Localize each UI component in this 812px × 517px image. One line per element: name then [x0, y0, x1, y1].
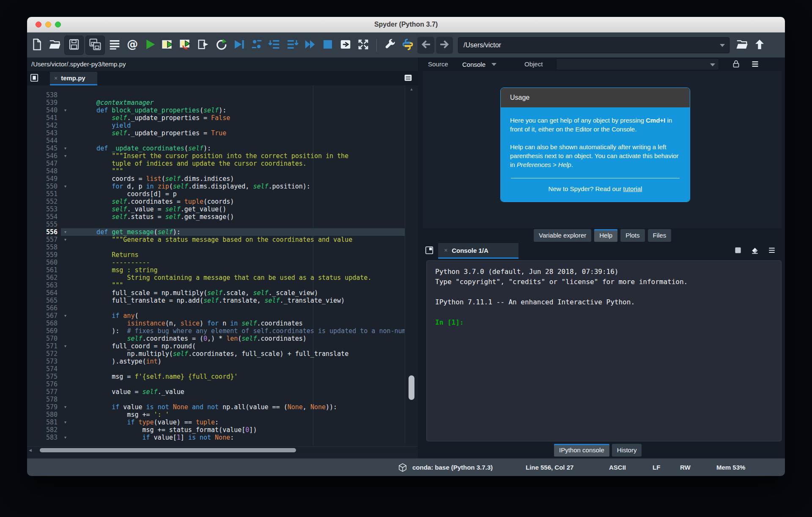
fullscreen-button[interactable] — [355, 36, 371, 55]
fold-arrow-icon[interactable]: ▾ — [64, 228, 66, 236]
horizontal-scroll-thumb[interactable] — [40, 448, 296, 452]
code-line-556[interactable]: 556▾ def get_message(self): — [27, 228, 418, 236]
code-line-545[interactable]: 545▾ def _update_coordinates(self): — [27, 145, 418, 152]
code-line-582[interactable]: 582 msg += status_format(value[0]) — [27, 426, 418, 434]
debug-step-into-button[interactable] — [266, 36, 283, 55]
code-line-542[interactable]: 542 yield — [27, 122, 418, 129]
browse-console-tabs-button[interactable] — [424, 246, 435, 257]
code-line-560[interactable]: 560 ---------- — [27, 259, 418, 266]
code-line-573[interactable]: 573 ).astype(int) — [27, 358, 418, 365]
object-combobox[interactable] — [556, 58, 719, 70]
run-cell-advance-button[interactable] — [178, 36, 194, 55]
title-bar[interactable]: Spyder (Python 3.7) — [27, 17, 785, 33]
minimize-window-button[interactable] — [45, 22, 51, 27]
ipython-console[interactable]: Python 3.7.0 (default, Jun 28 2018, 07:3… — [426, 260, 782, 441]
working-directory-combobox[interactable]: /Users/victor — [458, 37, 730, 53]
code-line-548[interactable]: 548 """ — [27, 167, 418, 175]
pane-switch-button[interactable] — [337, 36, 354, 55]
interrupt-kernel-button[interactable] — [732, 246, 743, 257]
code-line-561[interactable]: 561 msg : string — [27, 266, 418, 274]
code-line-555[interactable]: 555 — [27, 221, 418, 228]
code-line-543[interactable]: 543 self._update_properties = True — [27, 129, 418, 137]
fold-arrow-icon[interactable]: ▾ — [64, 419, 66, 426]
code-line-572[interactable]: 572 np.multiply(self.coordinates, full_s… — [27, 350, 418, 358]
close-window-button[interactable] — [36, 22, 41, 27]
fold-arrow-icon[interactable]: ▾ — [64, 312, 66, 320]
code-line-564[interactable]: 564 full_scale = np.multiply(self.scale,… — [27, 289, 418, 297]
fold-arrow-icon[interactable]: ▾ — [64, 145, 66, 152]
code-line-576[interactable]: 576 — [27, 380, 418, 388]
clear-console-button[interactable] — [749, 246, 760, 257]
debug-step-button[interactable] — [249, 36, 265, 55]
close-tab-icon[interactable]: × — [50, 75, 61, 82]
code-line-562[interactable]: 562 String containing a message that can… — [27, 274, 418, 282]
code-line-566[interactable]: 566 — [27, 304, 418, 312]
code-line-554[interactable]: 554 self.status = self.get_message() — [27, 213, 418, 221]
code-line-547[interactable]: 547 tuple of indices and update the curs… — [27, 160, 418, 167]
code-line-578[interactable]: 578 — [27, 396, 418, 403]
open-file-button[interactable] — [47, 36, 63, 55]
save-button[interactable] — [64, 36, 84, 55]
code-line-565[interactable]: 565 full_translate = np.add(self.transla… — [27, 297, 418, 304]
code-line-539[interactable]: 539 @contextmanager — [27, 99, 418, 107]
tab-variable-explorer[interactable]: Variable explorer — [534, 229, 591, 242]
debug-step-return-button[interactable] — [284, 36, 300, 55]
scroll-up-arrow-icon[interactable]: ▲ — [405, 87, 418, 91]
tab-files[interactable]: Files — [648, 229, 672, 242]
code-line-575[interactable]: 575 msg = f'{self.name} {full_coord}' — [27, 373, 418, 380]
code-line-553[interactable]: 553 self._value = self.get_value() — [27, 205, 418, 213]
code-line-550[interactable]: 550▾ for d, p in zip(self.dims.displayed… — [27, 183, 418, 190]
debug-stop-button[interactable] — [320, 36, 336, 55]
code-line-583[interactable]: 583▾ if value[1] is not None: — [27, 434, 418, 441]
tab-console-1a[interactable]: × Console 1/A — [438, 243, 518, 259]
preferences-button[interactable] — [382, 36, 398, 55]
debug-file-button[interactable] — [231, 36, 247, 55]
symbol-finder-button[interactable]: @ — [124, 36, 140, 55]
rerun-cell-button[interactable] — [213, 36, 229, 55]
outline-list-button[interactable] — [107, 36, 123, 55]
run-selection-button[interactable] — [195, 36, 211, 55]
code-line-577[interactable]: 577 value = self._value — [27, 388, 418, 396]
fold-arrow-icon[interactable]: ▾ — [64, 107, 66, 114]
fold-arrow-icon[interactable]: ▾ — [64, 236, 66, 243]
code-line-570[interactable]: 570 self.coordinates = (0,) * len(self.c… — [27, 335, 418, 342]
tab-ipython-console[interactable]: IPython console — [554, 444, 609, 457]
run-file-button[interactable] — [142, 36, 158, 55]
console-options-button[interactable] — [766, 246, 777, 257]
editor-horizontal-scrollbar[interactable]: ◀ — [27, 446, 418, 454]
help-options-button[interactable] — [749, 59, 760, 70]
code-line-574[interactable]: 574 — [27, 365, 418, 373]
run-cell-button[interactable] — [160, 36, 176, 55]
tab-temp-py[interactable]: × temp.py — [50, 72, 97, 85]
code-line-581[interactable]: 581▾ if type(value) == tuple: — [27, 419, 418, 426]
code-line-546[interactable]: 546▾ """Insert the cursor position into … — [27, 152, 418, 160]
code-line-568[interactable]: 568 isinstance(n, slice) for n in self.c… — [27, 320, 418, 327]
scroll-left-arrow-icon[interactable]: ◀ — [29, 447, 32, 454]
source-combobox[interactable]: Console — [459, 58, 509, 70]
code-line-567[interactable]: 567▾ if any( — [27, 312, 418, 320]
history-forward-button[interactable] — [436, 37, 453, 54]
code-area[interactable]: 538539 @contextmanager540▾ def block_upd… — [27, 85, 418, 446]
code-line-569[interactable]: 569 ): # fixes bug where any element of … — [27, 327, 418, 335]
code-line-563[interactable]: 563 """ — [27, 282, 418, 289]
close-tab-icon[interactable]: × — [438, 247, 452, 254]
editor-vertical-scrollbar[interactable]: ▲ — [405, 85, 418, 446]
code-line-540[interactable]: 540▾ def block_update_properties(self): — [27, 107, 418, 114]
new-file-button[interactable] — [29, 36, 45, 55]
code-line-551[interactable]: 551 coords[d] = p — [27, 190, 418, 198]
code-line-571[interactable]: 571▾ full_coord = np.round( — [27, 342, 418, 350]
code-line-579[interactable]: 579▾ if value is not None and not np.all… — [27, 403, 418, 411]
save-all-button[interactable] — [85, 36, 105, 55]
browse-tabs-button[interactable] — [29, 73, 40, 84]
fold-arrow-icon[interactable]: ▾ — [64, 342, 66, 350]
history-back-button[interactable] — [417, 37, 434, 54]
fold-arrow-icon[interactable]: ▾ — [64, 403, 66, 411]
code-line-538[interactable]: 538 — [27, 91, 418, 99]
pythonpath-manager-button[interactable] — [400, 36, 416, 55]
code-line-544[interactable]: 544 — [27, 137, 418, 145]
tab-history[interactable]: History — [612, 444, 642, 457]
code-line-541[interactable]: 541 self._update_properties = False — [27, 114, 418, 122]
debug-continue-button[interactable] — [302, 36, 318, 55]
lock-button[interactable] — [730, 59, 741, 70]
tab-plots[interactable]: Plots — [620, 229, 645, 242]
